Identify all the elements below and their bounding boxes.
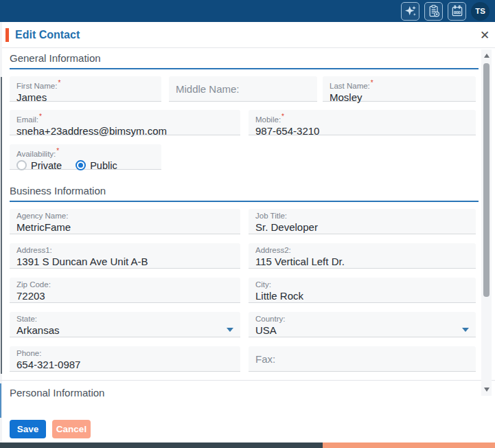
country-label: Country:: [255, 315, 469, 323]
availability-radio-group: Private Public: [16, 160, 154, 171]
section-personal-information: Personal Information: [10, 387, 216, 404]
mobile-field[interactable]: Mobile:* 987-654-3210: [249, 110, 476, 135]
city-value: Little Rock: [255, 290, 469, 302]
state-dropdown[interactable]: State: Arkansas: [10, 312, 240, 337]
last-name-value: Mosley: [330, 91, 469, 104]
app-window: TS Edit Contact ✕ General Information Fi…: [0, 0, 495, 448]
radio-public-label: Public: [90, 160, 117, 171]
title-accent-bar: [5, 28, 9, 42]
modal-header: Edit Contact ✕: [0, 22, 495, 48]
avatar-initials: TS: [475, 7, 485, 15]
sparkle-icon[interactable]: [401, 2, 419, 21]
job-title-field[interactable]: Job Title: Sr. Developer: [249, 209, 476, 234]
middle-name-field[interactable]: Middle Name:: [169, 76, 317, 102]
radio-private[interactable]: Private: [16, 160, 62, 171]
email-field[interactable]: Email:* sneha+23address@bimsym.com: [10, 110, 240, 135]
address1-label: Address1:: [16, 246, 233, 254]
availability-label: Availability:*: [16, 147, 154, 158]
country-dropdown[interactable]: Country: USA: [249, 312, 476, 337]
section-general-information: General Information: [10, 52, 479, 69]
required-mark: *: [39, 113, 42, 120]
save-button[interactable]: Save: [10, 420, 46, 438]
phone-value: 654-321-0987: [16, 359, 233, 371]
fax-placeholder: Fax:: [255, 349, 469, 370]
topbar: TS: [0, 0, 495, 22]
mobile-value: 987-654-3210: [255, 125, 469, 137]
scroll-down-icon[interactable]: [481, 385, 492, 394]
bottom-bar-orange: [323, 443, 495, 448]
state-value: Arkansas: [16, 324, 233, 337]
address2-label: Address2:: [255, 246, 469, 254]
required-mark: *: [58, 79, 60, 87]
fax-field[interactable]: Fax:: [249, 346, 476, 372]
address1-field[interactable]: Address1: 1391 S Duncan Ave Unit A-B: [10, 243, 240, 269]
email-value: sneha+23address@bimsym.com: [16, 125, 233, 137]
email-label: Email:*: [16, 113, 233, 124]
vertical-scrollbar[interactable]: [481, 49, 492, 396]
last-name-label: Last Name:*: [330, 79, 469, 90]
section-business-information: Business Information: [10, 185, 479, 202]
radio-private-circle: [16, 160, 27, 170]
cancel-button[interactable]: Cancel: [52, 420, 91, 438]
first-name-field[interactable]: First Name:* James: [10, 76, 161, 102]
agency-name-label: Agency Name:: [16, 212, 233, 220]
address2-value: 115 Vertical Left Dr.: [255, 256, 469, 268]
mobile-label: Mobile:*: [255, 113, 469, 124]
zip-code-label: Zip Code:: [16, 280, 233, 289]
country-value: USA: [255, 324, 469, 337]
agency-name-value: MetricFame: [16, 221, 233, 234]
radio-public-circle: [76, 160, 86, 170]
content-divider: [0, 380, 495, 381]
close-icon[interactable]: ✕: [477, 28, 492, 43]
job-title-value: Sr. Developer: [255, 221, 469, 234]
scroll-up-icon[interactable]: [481, 51, 492, 60]
address2-field[interactable]: Address2: 115 Vertical Left Dr.: [249, 243, 476, 269]
page-title: Edit Contact: [15, 22, 80, 48]
bottom-bar-dark: [0, 443, 323, 448]
scrollbar-thumb[interactable]: [483, 63, 490, 297]
zip-code-field[interactable]: Zip Code: 72203: [10, 278, 240, 303]
city-field[interactable]: City: Little Rock: [249, 278, 476, 303]
required-mark: *: [56, 147, 59, 155]
avatar[interactable]: TS: [471, 2, 490, 21]
required-mark: *: [281, 113, 284, 120]
zip-code-value: 72203: [16, 290, 233, 302]
job-title-label: Job Title:: [255, 212, 469, 220]
page-behind-line-blue: [0, 383, 1, 418]
clipboard-add-icon[interactable]: [424, 2, 443, 21]
middle-name-placeholder: Middle Name:: [176, 79, 310, 100]
first-name-value: James: [16, 91, 154, 104]
required-mark: *: [371, 79, 373, 87]
radio-public[interactable]: Public: [76, 160, 117, 171]
address1-value: 1391 S Duncan Ave Unit A-B: [16, 256, 233, 268]
first-name-label: First Name:*: [16, 79, 154, 90]
page-behind-line: [1, 77, 2, 374]
radio-private-label: Private: [31, 160, 62, 171]
phone-field[interactable]: Phone: 654-321-0987: [10, 346, 240, 372]
calendar-icon[interactable]: [448, 2, 466, 21]
last-name-field[interactable]: Last Name:* Mosley: [323, 76, 476, 102]
chevron-down-icon: [462, 328, 469, 332]
chevron-down-icon: [227, 328, 233, 332]
agency-name-field[interactable]: Agency Name: MetricFame: [10, 209, 240, 234]
availability-field: Availability:* Private Public: [10, 144, 161, 170]
city-label: City:: [255, 280, 469, 289]
state-label: State:: [16, 315, 233, 323]
phone-label: Phone:: [16, 349, 233, 357]
